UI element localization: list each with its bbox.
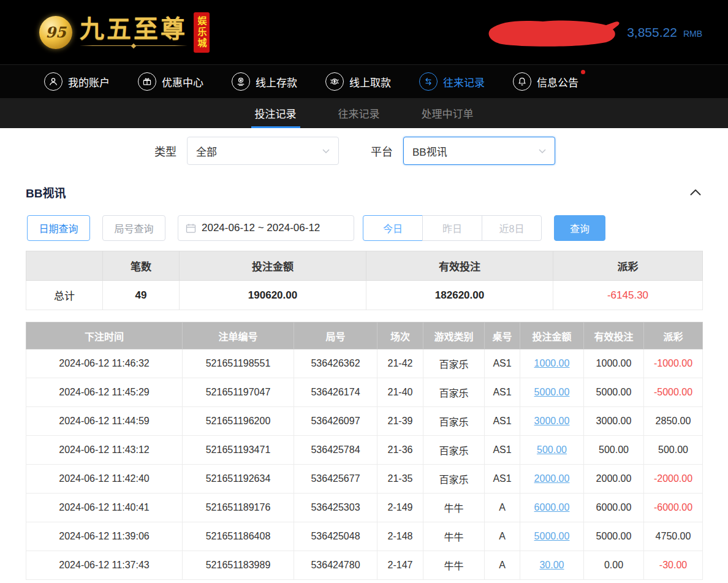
- col-payout: 派彩: [644, 322, 703, 349]
- cell-bet-id: 521651189176: [183, 493, 294, 522]
- date-query-button[interactable]: 日期查询: [27, 215, 90, 241]
- logo-coin-icon: 95: [39, 16, 72, 49]
- today-button[interactable]: 今日: [363, 215, 423, 241]
- collapse-section-button[interactable]: [690, 189, 701, 196]
- cell-round-no: 536425677: [294, 465, 377, 493]
- cell-table-no: A: [485, 551, 520, 580]
- bet-table-header-row: 下注时间 注单编号 局号 场次 游戏类别 桌号 投注金额 有效投注 派彩: [26, 322, 703, 349]
- nav-label: 优惠中心: [162, 74, 203, 90]
- nav-label: 信息公告: [537, 74, 578, 90]
- cell-bet-time: 2024-06-12 11:37:43: [26, 551, 183, 580]
- summary-total-label: 总计: [26, 281, 103, 310]
- col-table-no: 桌号: [485, 322, 520, 349]
- top-header: 95 九五至尊 娱乐城 3,855.22 RMB: [0, 0, 728, 64]
- cell-round-no: 536425784: [294, 436, 377, 465]
- cell-session: 21-36: [377, 436, 423, 465]
- chevron-down-icon: [322, 149, 330, 153]
- cell-valid-bet: 5000.00: [584, 378, 644, 407]
- cell-bet-amount-link[interactable]: 2000.00: [520, 465, 584, 493]
- last-8-days-button[interactable]: 近8日: [482, 215, 542, 241]
- section-title: BB视讯: [26, 184, 66, 200]
- cell-session: 21-35: [377, 465, 423, 493]
- col-game-type: 游戏类别: [423, 322, 485, 349]
- cell-valid-bet: 3000.00: [584, 407, 644, 436]
- cell-bet-amount-link[interactable]: 5000.00: [520, 522, 584, 551]
- cell-bet-id: 521651197047: [183, 378, 294, 407]
- cell-table-no: AS1: [485, 465, 520, 493]
- cell-session: 21-39: [377, 407, 423, 436]
- cell-bet-amount-link[interactable]: 30.00: [520, 551, 584, 580]
- cell-session: 2-147: [377, 551, 423, 580]
- cell-bet-time: 2024-06-12 11:45:29: [26, 378, 183, 407]
- cell-game-type: 百家乐: [423, 465, 485, 493]
- user-icon: [44, 72, 63, 91]
- chevron-up-icon: [690, 189, 701, 196]
- tab-label: 投注记录: [255, 105, 297, 121]
- nav-item-promotions[interactable]: 优惠中心: [138, 72, 203, 91]
- cell-payout: -30.00: [644, 551, 703, 580]
- cell-game-type: 牛牛: [423, 522, 485, 551]
- cell-bet-amount-link[interactable]: 1000.00: [520, 349, 584, 378]
- cell-session: 2-149: [377, 493, 423, 522]
- cell-bet-amount-link[interactable]: 6000.00: [520, 493, 584, 522]
- summary-bet-amount-value: 190620.00: [180, 281, 366, 310]
- cell-table-no: AS1: [485, 378, 520, 407]
- yesterday-button[interactable]: 昨日: [422, 215, 482, 241]
- type-select[interactable]: 全部: [187, 137, 339, 165]
- cell-payout: -5000.00: [644, 378, 703, 407]
- cell-round-no: 536426097: [294, 407, 377, 436]
- chevron-down-icon: [539, 149, 546, 153]
- cell-payout: -1000.00: [644, 349, 703, 378]
- cell-payout: 2850.00: [644, 407, 703, 436]
- nav-item-announcements[interactable]: 信息公告: [513, 72, 578, 91]
- table-row: 2024-06-12 11:46:32 521651198551 5364263…: [26, 349, 703, 378]
- summary-header-count: 笔数: [103, 251, 180, 281]
- nav-item-deposit[interactable]: 线上存款: [232, 72, 297, 91]
- cell-session: 21-42: [377, 349, 423, 378]
- date-range-input[interactable]: 2024-06-12 ~ 2024-06-12: [178, 215, 354, 241]
- summary-header-valid-bet: 有效投注: [366, 251, 553, 281]
- nav-item-transaction-records[interactable]: 往来记录: [419, 72, 485, 91]
- nav-item-my-account[interactable]: 我的账户: [44, 72, 110, 91]
- nav-item-withdraw[interactable]: 线上取款: [325, 72, 391, 91]
- cell-payout: -6000.00: [644, 493, 703, 522]
- cell-payout: 500.00: [644, 436, 703, 465]
- logo-flourish: [80, 44, 188, 48]
- tab-processing-orders[interactable]: 处理中订单: [418, 98, 477, 128]
- cell-game-type: 牛牛: [423, 551, 485, 580]
- cell-table-no: A: [485, 522, 520, 551]
- bell-icon: [513, 72, 531, 91]
- table-row: 2024-06-12 11:43:12 521651193471 5364257…: [26, 436, 703, 465]
- cell-bet-amount-link[interactable]: 3000.00: [520, 407, 584, 436]
- tab-transaction-records[interactable]: 往来记录: [335, 98, 384, 128]
- cell-game-type: 百家乐: [423, 407, 485, 436]
- cell-bet-amount-link[interactable]: 5000.00: [520, 378, 584, 407]
- cell-bet-id: 521651183989: [183, 551, 294, 580]
- cell-session: 21-40: [377, 378, 423, 407]
- cell-round-no: 536425048: [294, 522, 377, 551]
- platform-select[interactable]: BB视讯: [403, 137, 555, 165]
- type-select-value: 全部: [196, 143, 217, 159]
- cell-bet-id: 521651196200: [183, 407, 294, 436]
- summary-valid-bet-value: 182620.00: [366, 281, 553, 310]
- summary-payout-value: -6145.30: [553, 281, 703, 310]
- search-button[interactable]: 查询: [554, 215, 605, 241]
- main-nav: 我的账户 优惠中心 线上存款 线上取款: [0, 64, 728, 98]
- col-bet-amount: 投注金额: [520, 322, 584, 349]
- cell-game-type: 百家乐: [423, 436, 485, 465]
- cell-bet-amount-link[interactable]: 500.00: [520, 436, 584, 465]
- platform-section-header: BB视讯: [0, 173, 728, 207]
- platform-filter-label: 平台: [371, 143, 393, 159]
- round-query-button[interactable]: 局号查询: [102, 215, 165, 241]
- cell-game-type: 百家乐: [423, 378, 485, 407]
- bet-table-body: 2024-06-12 11:46:32 521651198551 5364263…: [26, 349, 703, 580]
- cell-payout: -2000.00: [644, 465, 703, 493]
- cell-game-type: 百家乐: [423, 349, 485, 378]
- redacted-username-scribble: [485, 17, 621, 48]
- site-logo[interactable]: 95 九五至尊 娱乐城: [39, 12, 210, 53]
- tab-bet-records[interactable]: 投注记录: [251, 98, 300, 128]
- table-row: 2024-06-12 11:40:41 521651189176 5364253…: [26, 493, 703, 522]
- cell-table-no: AS1: [485, 436, 520, 465]
- summary-header-bet-amount: 投注金额: [180, 251, 366, 281]
- tab-label: 往来记录: [338, 105, 380, 121]
